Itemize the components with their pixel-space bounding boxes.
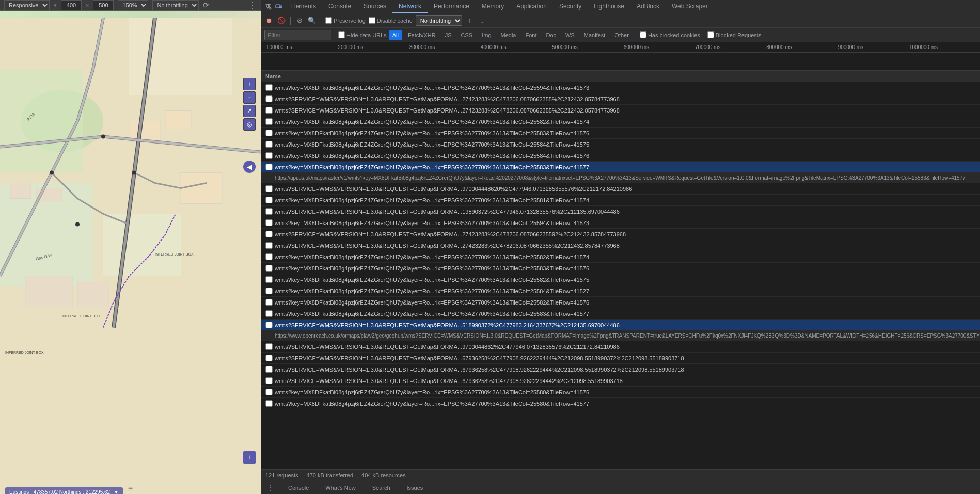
table-row[interactable]: wmts?key=MX8DFkatBi08g4pzj6rEZ4ZGrerQhU7…: [261, 82, 980, 93]
table-row[interactable]: wmts?key=MX8DFkatBi08g4pzj6rEZ4ZGrerQhU7…: [261, 128, 980, 139]
hide-data-urls-input[interactable]: [338, 31, 345, 38]
table-row[interactable]: wmts?SERVICE=WMS&VERSION=1.3.0&REQUEST=G…: [261, 105, 980, 116]
blocked-cookies-input[interactable]: [640, 31, 646, 38]
table-row[interactable]: wmts?key=MX8DFkatBi08g4pzj6rEZ4ZGrerQhU7…: [261, 251, 980, 263]
table-row[interactable]: wmts?key=MX8DFkatBi08g4pzj6rEZ4ZGrerQhU7…: [261, 387, 980, 398]
filter-input[interactable]: [264, 30, 331, 40]
width-input[interactable]: [61, 0, 82, 10]
hide-data-urls-checkbox[interactable]: Hide data URLs: [338, 31, 387, 38]
row-checkbox[interactable]: [265, 185, 273, 192]
row-checkbox[interactable]: [265, 84, 273, 91]
table-row[interactable]: wmts?key=MX8DFkatBi08g4pzj6rEZ4ZGrerQhU7…: [261, 308, 980, 320]
table-row[interactable]: wmts?SERVICE=WMS&VERSION=1.3.0&REQUEST=G…: [261, 229, 980, 240]
tab-memory[interactable]: Memory: [476, 0, 510, 13]
row-checkbox[interactable]: [265, 118, 273, 125]
row-checkbox[interactable]: [265, 219, 273, 226]
row-checkbox[interactable]: [265, 95, 273, 102]
row-checkbox[interactable]: [265, 288, 273, 294]
filter-icon[interactable]: ⊘: [295, 16, 304, 25]
tab-elements[interactable]: Elements: [284, 0, 322, 13]
table-row[interactable]: wmts?key=MX8DFkatBi08g4pzj6rEZ4ZGrerQhU7…: [261, 297, 980, 308]
tab-lighthouse[interactable]: Lighthouse: [588, 0, 630, 13]
disable-cache-input[interactable]: [369, 17, 375, 24]
row-checkbox[interactable]: [265, 310, 273, 317]
row-checkbox[interactable]: [265, 141, 273, 148]
blocked-cookies-checkbox[interactable]: Has blocked cookies: [640, 31, 700, 38]
throttle-dropdown[interactable]: No throttling: [416, 15, 462, 26]
row-checkbox[interactable]: [265, 322, 273, 328]
table-row[interactable]: wmts?SERVICE=WMS&VERSION=1.3.0&REQUEST=G…: [261, 353, 980, 364]
tab-webscraper[interactable]: Web Scraper: [666, 0, 714, 13]
row-checkbox[interactable]: [265, 130, 273, 136]
row-checkbox[interactable]: [265, 276, 273, 283]
table-row[interactable]: wmts?key=MX8DFkatBi08g4pzj6rEZ4ZGrerQhU7…: [261, 274, 980, 285]
filter-doc[interactable]: Doc: [542, 30, 560, 40]
zoom-in-button[interactable]: +: [243, 78, 256, 90]
inspect-icon[interactable]: [263, 2, 274, 12]
import-icon[interactable]: ↑: [465, 16, 475, 25]
table-row[interactable]: wmts?key=MX8DFkatBi08g4pzj6rEZ4ZGrerQhU7…: [261, 398, 980, 409]
table-row[interactable]: wmts?key=MX8DFkatBi08g4pzj6rEZ4ZGrerQhU7…: [261, 217, 980, 229]
row-checkbox[interactable]: [265, 265, 273, 272]
blocked-requests-checkbox[interactable]: Blocked Requests: [707, 31, 762, 38]
table-row[interactable]: wmts?key=MX8DFkatBi08g4pzj6rEZ4ZGrerQhU7…: [261, 150, 980, 162]
table-row[interactable]: wmts?SERVICE=WMS&VERSION=1.3.0&REQUEST=G…: [261, 183, 980, 195]
tab-application[interactable]: Application: [510, 0, 553, 13]
filter-js[interactable]: JS: [441, 30, 455, 40]
row-checkbox[interactable]: [265, 242, 273, 249]
table-row[interactable]: wmts?SERVICE=WMS&VERSION=1.3.0&REQUEST=G…: [261, 93, 980, 105]
row-checkbox[interactable]: [265, 377, 273, 384]
filter-xhr[interactable]: Fetch/XHR: [404, 30, 439, 40]
tab-security[interactable]: Security: [553, 0, 588, 13]
height-input[interactable]: [93, 0, 114, 10]
map-tool-2[interactable]: ◎: [243, 118, 256, 131]
console-tab-issues[interactable]: Issues: [403, 481, 428, 495]
table-row[interactable]: wmts?SERVICE=WMS&VERSION=1.3.0&REQUEST=G…: [261, 206, 980, 217]
tab-adblock[interactable]: AdBlock: [630, 0, 666, 13]
map-tool-1[interactable]: ↗: [243, 105, 256, 117]
row-checkbox[interactable]: [265, 299, 273, 306]
table-row[interactable]: wmts?SERVICE=WMS&VERSION=1.3.0&REQUEST=G…: [261, 375, 980, 387]
row-checkbox[interactable]: [265, 389, 273, 395]
row-checkbox[interactable]: [265, 253, 273, 260]
device-toggle-icon[interactable]: [274, 2, 284, 12]
row-checkbox[interactable]: [265, 197, 273, 203]
preserve-log-checkbox[interactable]: Preserve log: [325, 17, 366, 24]
row-checkbox[interactable]: [265, 231, 273, 237]
record-button[interactable]: ⏺: [264, 16, 274, 25]
table-row[interactable]: wmts?key=MX8DFkatBi08g4pzj6rEZ4ZGrerQhU7…: [261, 285, 980, 297]
search-icon[interactable]: 🔍: [307, 16, 317, 25]
table-row-selected-2[interactable]: wmts?SERVICE=WMS&VERSION=1.3.0&REQUEST=G…: [261, 320, 980, 331]
filter-media[interactable]: Media: [497, 30, 520, 40]
tab-sources[interactable]: Sources: [357, 0, 392, 13]
filter-css[interactable]: CSS: [457, 30, 477, 40]
row-checkbox[interactable]: [265, 152, 273, 159]
table-row[interactable]: wmts?key=MX8DFkatBi08g4pzj6rEZ4ZGrerQhU7…: [261, 139, 980, 150]
drag-handle[interactable]: ≡: [128, 484, 133, 493]
filter-font[interactable]: Font: [521, 30, 540, 40]
clear-button[interactable]: 🚫: [277, 16, 286, 25]
table-row[interactable]: wmts?key=MX8DFkatBi08g4pzj6rEZ4ZGrerQhU7…: [261, 195, 980, 206]
table-row[interactable]: wmts?key=MX8DFkatBi08g4pzj6rEZ4ZGrerQhU7…: [261, 116, 980, 128]
disable-cache-checkbox[interactable]: Disable cache: [369, 17, 413, 24]
export-icon[interactable]: ↓: [478, 16, 487, 25]
expand-button[interactable]: +: [243, 451, 256, 464]
more-icon[interactable]: ⋮: [248, 1, 257, 10]
filter-manifest[interactable]: Manifest: [580, 30, 609, 40]
console-tab-console[interactable]: Console: [284, 481, 313, 495]
filter-other[interactable]: Other: [611, 30, 633, 40]
row-checkbox[interactable]: [265, 343, 273, 350]
table-row[interactable]: wmts?SERVICE=WMS&VERSION=1.3.0&REQUEST=G…: [261, 240, 980, 251]
filter-img[interactable]: Img: [478, 30, 495, 40]
preserve-log-input[interactable]: [325, 17, 332, 24]
zoom-out-button[interactable]: −: [243, 91, 256, 104]
console-more-icon[interactable]: ⋮: [265, 483, 276, 493]
table-row[interactable]: wmts?SERVICE=WMS&VERSION=1.3.0&REQUEST=G…: [261, 364, 980, 375]
filter-ws[interactable]: WS: [562, 30, 578, 40]
row-checkbox[interactable]: [265, 164, 273, 170]
network-list-body[interactable]: wmts?key=MX8DFkatBi08g4pzj6rEZ4ZGrerQhU7…: [261, 82, 980, 469]
zoom-select[interactable]: 150%: [118, 0, 148, 10]
table-row[interactable]: wmts?key=MX8DFkatBi08g4pzj6rEZ4ZGrerQhU7…: [261, 263, 980, 274]
row-checkbox[interactable]: [265, 355, 273, 361]
blocked-requests-input[interactable]: [707, 31, 714, 38]
